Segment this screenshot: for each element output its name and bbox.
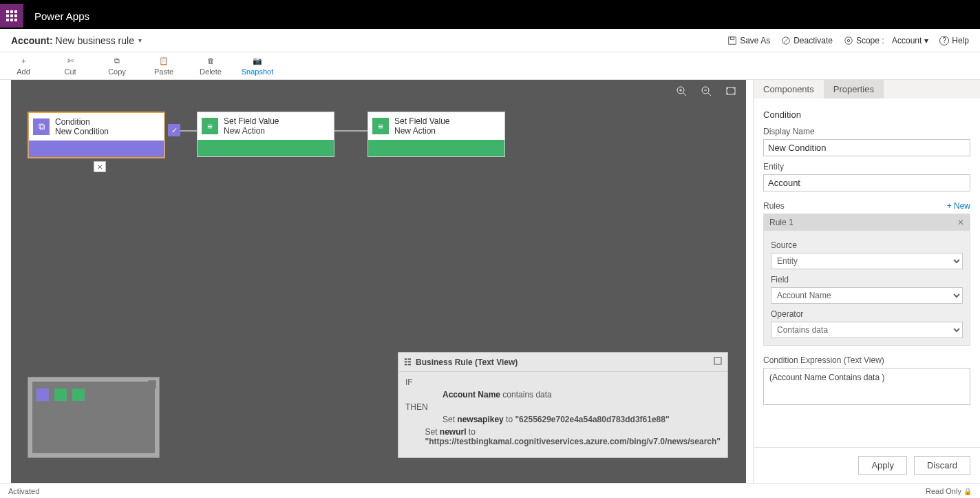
- then-action-2: Set newurl to "https://testbingkamal.cog…: [425, 427, 721, 446]
- fit-screen-icon[interactable]: [725, 85, 736, 98]
- scope-icon: [844, 36, 853, 45]
- svg-rect-0: [729, 37, 736, 44]
- display-name-input[interactable]: [763, 139, 970, 156]
- minimap[interactable]: [28, 377, 160, 458]
- camera-icon: 📷: [253, 55, 262, 66]
- rule-title: Rule 1: [769, 218, 793, 227]
- minimap-node: [36, 388, 49, 401]
- true-branch-icon: ✓: [168, 124, 180, 136]
- svg-line-7: [683, 93, 686, 96]
- tab-properties[interactable]: Properties: [824, 80, 884, 98]
- operator-select[interactable]: Contains data: [771, 322, 963, 338]
- node-subtitle: New Action: [394, 126, 450, 136]
- scissors-icon: ✄: [67, 55, 74, 66]
- field-label: Field: [771, 275, 963, 284]
- delete-button[interactable]: 🗑Delete: [195, 55, 226, 76]
- panel-header: Condition: [763, 110, 970, 120]
- page-title-name: New business rule: [56, 35, 134, 46]
- trash-icon: 🗑: [207, 55, 215, 66]
- entity-label: Entity: [763, 162, 970, 172]
- page-title[interactable]: Account: New business rule ▾: [11, 35, 142, 46]
- zoom-out-icon[interactable]: [701, 85, 712, 98]
- if-label: IF: [405, 377, 433, 387]
- designer-canvas[interactable]: ⧉ Condition New Condition ✓ ✕ ≡ Set Fiel…: [11, 80, 746, 483]
- toolbar: ＋Add ✄Cut ⧉Copy 📋Paste 🗑Delete 📷Snapshot: [0, 52, 980, 80]
- tab-components[interactable]: Components: [754, 80, 824, 98]
- add-button[interactable]: ＋Add: [8, 55, 39, 76]
- svg-rect-15: [714, 357, 721, 364]
- lock-icon: 🔒: [963, 488, 972, 495]
- if-expression: Account Name contains data: [443, 390, 721, 400]
- svg-line-3: [784, 38, 789, 43]
- svg-rect-1: [731, 37, 734, 39]
- scope-selector[interactable]: Scope : Account ▾: [844, 36, 928, 45]
- expression-box: (Account Name Contains data ): [763, 368, 970, 405]
- help-icon: ?: [939, 36, 949, 45]
- rule-box: Rule 1 ✕ Source Entity Field Account Nam…: [763, 214, 970, 346]
- add-rule-link[interactable]: + New: [947, 201, 970, 211]
- brand-label: Power Apps: [23, 10, 100, 22]
- entity-input[interactable]: [763, 174, 970, 191]
- discard-button[interactable]: Discard: [914, 456, 970, 475]
- action-node-2[interactable]: ≡ Set Field Value New Action: [368, 112, 505, 157]
- svg-line-11: [708, 93, 711, 96]
- copy-icon: ⧉: [114, 55, 120, 66]
- source-select[interactable]: Entity: [771, 253, 963, 269]
- app-header: Power Apps: [0, 3, 980, 29]
- text-view-icon: ☷: [404, 357, 412, 367]
- action-icon: ≡: [372, 118, 389, 134]
- chevron-down-icon: ▾: [138, 37, 142, 44]
- node-title: Condition: [55, 117, 109, 127]
- copy-button[interactable]: ⧉Copy: [102, 55, 132, 76]
- snapshot-button[interactable]: 📷Snapshot: [242, 55, 273, 76]
- deactivate-button[interactable]: Deactivate: [781, 36, 833, 45]
- plus-icon: ＋: [20, 55, 28, 66]
- minimap-node: [72, 388, 85, 401]
- minimap-node: [54, 388, 67, 401]
- save-as-button[interactable]: Save As: [727, 36, 770, 45]
- rules-label: Rules: [763, 201, 785, 211]
- svg-point-5: [847, 39, 850, 42]
- sub-header: Account: New business rule ▾ Save As Dea…: [0, 29, 980, 52]
- source-label: Source: [771, 240, 963, 250]
- close-icon[interactable]: ✕: [957, 218, 964, 227]
- node-subtitle: New Condition: [55, 127, 109, 136]
- business-rule-text-view: ☷ Business Rule (Text View) IF Account N…: [398, 352, 728, 458]
- expression-label: Condition Expression (Text View): [763, 355, 970, 365]
- node-subtitle: New Action: [224, 126, 279, 136]
- chevron-down-icon: ▾: [924, 36, 928, 45]
- svg-point-4: [845, 37, 853, 44]
- save-icon: [727, 36, 737, 45]
- status-left: Activated: [8, 487, 39, 495]
- display-name-label: Display Name: [763, 127, 970, 136]
- paste-button[interactable]: 📋Paste: [149, 55, 179, 76]
- text-view-title: Business Rule (Text View): [416, 357, 518, 367]
- field-select[interactable]: Account Name: [771, 287, 963, 304]
- cut-button[interactable]: ✄Cut: [55, 55, 85, 76]
- zoom-in-icon[interactable]: [676, 85, 687, 98]
- help-button[interactable]: ? Help: [939, 36, 969, 45]
- page-title-pre: Account:: [11, 35, 53, 46]
- node-title: Set Field Value: [224, 116, 279, 126]
- condition-node[interactable]: ⧉ Condition New Condition: [28, 112, 165, 158]
- false-branch-icon[interactable]: ✕: [94, 161, 106, 172]
- expand-icon[interactable]: [714, 357, 722, 367]
- status-bar: Activated Read Only 🔒: [0, 483, 980, 498]
- paste-icon: 📋: [159, 55, 169, 66]
- operator-label: Operator: [771, 309, 963, 319]
- action-icon: ≡: [202, 118, 218, 134]
- properties-panel: Components Properties Condition Display …: [753, 80, 980, 483]
- then-label: THEN: [405, 402, 433, 412]
- apply-button[interactable]: Apply: [858, 456, 907, 475]
- status-right: Read Only 🔒: [926, 487, 972, 495]
- node-title: Set Field Value: [394, 116, 450, 126]
- waffle-icon[interactable]: [0, 4, 23, 28]
- deactivate-icon: [781, 36, 791, 45]
- then-action-1: Set newsapikey to "6255629e702e4a54a80d7…: [443, 415, 721, 424]
- action-node-1[interactable]: ≡ Set Field Value New Action: [197, 112, 334, 157]
- condition-icon: ⧉: [33, 118, 50, 135]
